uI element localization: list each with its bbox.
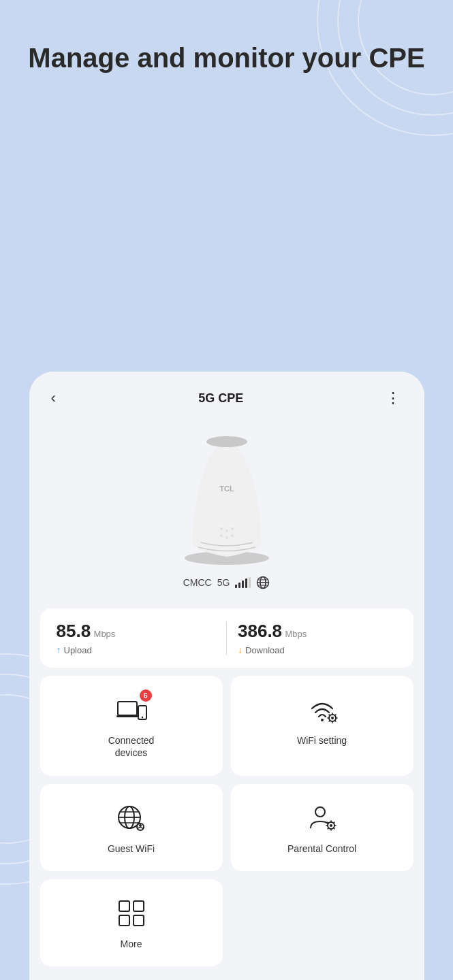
connected-devices-badge: 6	[140, 689, 152, 702]
parental-control-label: Parental Control	[287, 843, 356, 855]
wifi-setting-card[interactable]: WiFi setting	[231, 676, 413, 775]
wifi-setting-label: WiFi setting	[297, 734, 347, 747]
more-menu-button[interactable]: ⋮	[380, 387, 407, 410]
network-type: 5G	[217, 577, 230, 588]
upload-stat: 85.8 Mbps ↑ Upload	[57, 621, 216, 655]
svg-point-3	[225, 529, 228, 532]
svg-point-4	[231, 527, 234, 530]
download-label: Download	[245, 645, 285, 655]
svg-point-7	[231, 534, 234, 537]
upload-value: 85.8	[57, 621, 91, 641]
more-grid-icon	[114, 896, 149, 931]
svg-point-1	[206, 436, 247, 447]
download-unit: Mbps	[285, 629, 307, 639]
device-area: TCL CMCC 5G	[29, 416, 424, 600]
svg-point-2	[220, 527, 223, 530]
signal-bars-icon	[235, 577, 251, 588]
svg-rect-27	[119, 915, 129, 926]
parental-control-icon	[304, 800, 340, 836]
wifi-setting-icon	[304, 692, 340, 728]
svg-point-15	[321, 719, 324, 721]
parental-control-card[interactable]: Parental Control	[231, 784, 413, 871]
svg-point-14	[141, 717, 142, 718]
stats-divider	[226, 621, 227, 655]
upload-unit: Mbps	[94, 629, 116, 639]
cpe-device-image: TCL	[172, 423, 281, 566]
connected-devices-icon: 6	[114, 692, 149, 728]
svg-point-24	[330, 824, 332, 827]
feature-grid: 6 Connecteddevices WiFi setting	[40, 676, 413, 980]
svg-rect-26	[134, 901, 144, 911]
svg-point-22	[315, 807, 325, 817]
svg-point-5	[220, 534, 223, 537]
svg-rect-25	[119, 901, 129, 911]
svg-text:TCL: TCL	[219, 485, 234, 493]
phone-card: ‹ 5G CPE ⋮ TCL	[29, 372, 424, 980]
guest-wifi-card[interactable]: Guest WiFi	[40, 784, 223, 871]
upload-arrow-icon: ↑	[57, 644, 61, 655]
download-stat: 386.8 Mbps ↓ Download	[238, 621, 397, 655]
upload-label: Upload	[64, 645, 92, 655]
connected-devices-label: Connecteddevices	[108, 734, 155, 759]
network-info: CMCC 5G	[183, 576, 270, 589]
download-arrow-icon: ↓	[238, 644, 243, 655]
more-card[interactable]: More	[40, 879, 223, 966]
guest-wifi-label: Guest WiFi	[108, 843, 155, 855]
back-button[interactable]: ‹	[46, 387, 61, 410]
guest-wifi-icon	[114, 800, 149, 836]
phone-header: ‹ 5G CPE ⋮	[29, 372, 424, 416]
svg-rect-11	[118, 702, 137, 715]
page-title: 5G CPE	[198, 391, 243, 406]
stats-card: 85.8 Mbps ↑ Upload 386.8 Mbps ↓ Download	[40, 608, 413, 668]
connected-devices-card[interactable]: 6 Connecteddevices	[40, 676, 223, 775]
svg-point-21	[139, 824, 142, 827]
svg-rect-12	[116, 715, 138, 717]
svg-rect-28	[134, 915, 144, 926]
network-provider: CMCC	[183, 577, 212, 588]
download-value: 386.8	[238, 621, 282, 641]
globe-icon	[256, 576, 270, 589]
hero-title: Manage and monitor your CPE	[0, 0, 453, 95]
svg-point-6	[225, 536, 228, 539]
more-label: More	[121, 938, 142, 950]
svg-point-17	[331, 717, 334, 719]
